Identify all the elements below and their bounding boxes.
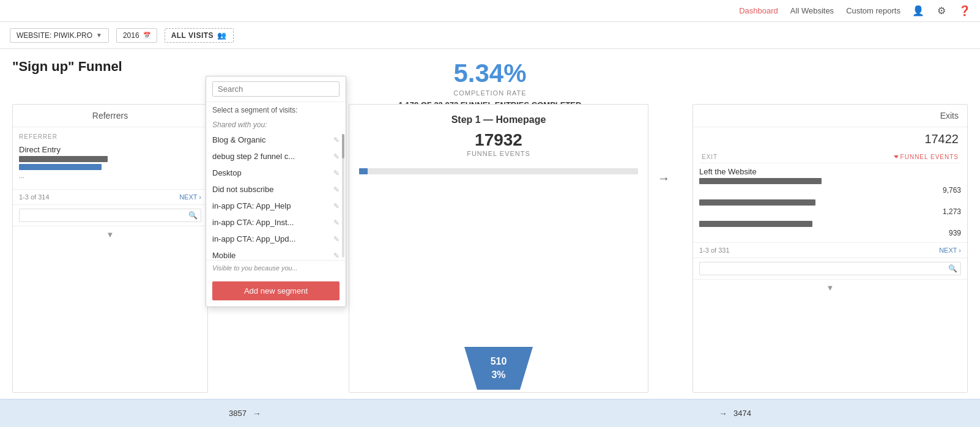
exit-bar-2 (699, 199, 815, 206)
bottom-stats-bar: 3857 → → 3474 (0, 399, 980, 427)
item-label: in-app CTA: App_Upd... (212, 234, 295, 243)
referrers-panel-footer[interactable]: ▼ (13, 226, 207, 243)
main-content: "Sign up" Funnel 5.34% COMPLETION RATE 1… (0, 49, 980, 427)
referrer-name: Direct Entry (19, 145, 201, 154)
website-selector[interactable]: WEBSITE: PIWIK.PRO ▼ (10, 28, 109, 43)
edit-icon[interactable]: ✎ (333, 202, 340, 210)
all-visits-selector[interactable]: ALL VISITS 👥 (165, 28, 234, 43)
people-icon: 👥 (217, 31, 227, 40)
gear-icon[interactable]: ⚙ (936, 6, 947, 17)
search-icon-exits: 🔍 (948, 264, 957, 273)
list-item[interactable]: in-app CTA: App_Help ✎ (206, 198, 346, 214)
list-item[interactable]: debug step 2 funnel c... ✎ (206, 148, 346, 165)
bottom-right-arrow-icon: → (719, 409, 727, 418)
completion-rate-label: COMPLETION RATE (0, 89, 980, 97)
referrers-search-input[interactable] (19, 209, 201, 222)
referrers-pagination: 1-3 of 314 NEXT › (13, 189, 207, 204)
step-events-label: FUNNEL EVENTS (355, 150, 642, 157)
item-label: Blog & Organic (212, 135, 265, 144)
expand-icon: ▼ (106, 230, 114, 239)
referrer-more-link[interactable]: ... (19, 172, 201, 179)
edit-icon[interactable]: ✎ (333, 185, 340, 194)
list-item[interactable]: Desktop ✎ (206, 165, 346, 181)
referrer-bar-1 (19, 156, 108, 162)
exits-next-link[interactable]: NEXT › (939, 247, 961, 254)
completion-rate-pct: 5.34% (0, 59, 980, 88)
scrollbar-thumb[interactable] (342, 134, 344, 158)
exits-panel-footer[interactable]: ▼ (693, 279, 967, 296)
table-row: Direct Entry ... (19, 145, 201, 179)
table-row: 1,273 (699, 199, 961, 216)
exits-table: EXIT FUNNEL EVENTS Left the Website 9,76… (693, 151, 967, 237)
item-label: Desktop (212, 168, 242, 177)
referrers-panel: Referrers REFERRER Direct Entry ... 1-3 … (12, 104, 208, 393)
exit-bar-1 (699, 178, 822, 184)
exits-col-header: EXIT FUNNEL EVENTS (699, 151, 961, 163)
edit-icon[interactable]: ✎ (333, 136, 340, 144)
select-segment-label: Select a segment of visits: (206, 102, 346, 116)
add-new-segment-button[interactable]: Add new segment (212, 281, 340, 300)
toolbar: WEBSITE: PIWIK.PRO ▼ 2016 📅 ALL VISITS 👥 (0, 22, 980, 49)
list-item[interactable]: Did not subscribe ✎ (206, 181, 346, 198)
website-label: WEBSITE: PIWIK.PRO (17, 31, 92, 40)
help-icon[interactable]: ❓ (959, 6, 970, 17)
funnel-pct: 3% (491, 368, 505, 382)
edit-icon[interactable]: ✎ (333, 235, 340, 243)
year-label: 2016 (123, 31, 139, 40)
pagination-info: 1-3 of 314 (19, 193, 50, 201)
nav-custom-reports[interactable]: Custom reports (846, 6, 900, 15)
bottom-stat-right: → 3474 (490, 409, 980, 418)
bottom-stat-left: 3857 → (0, 409, 490, 418)
edit-icon[interactable]: ✎ (333, 169, 340, 177)
referrers-search-area: 🔍 (13, 204, 207, 226)
step-bar-container (359, 168, 638, 174)
funnel-trapezoid-area: 510 3% (349, 344, 648, 393)
right-arrow-connector: → (658, 171, 670, 185)
bottom-right-num: 3474 (733, 409, 751, 418)
exit-bar-3 (699, 221, 812, 227)
exit-num-3: 939 (699, 229, 961, 237)
exits-search-area: 🔍 (693, 258, 967, 279)
list-item[interactable]: in-app CTA: App_Upd... ✎ (206, 231, 346, 247)
segment-dropdown: Select a segment of visits: Shared with … (206, 76, 346, 307)
item-label: Mobile (212, 251, 236, 260)
step-title: Step 1 — Homepage (355, 114, 642, 125)
all-visits-label: ALL VISITS (171, 31, 213, 40)
scrollbar[interactable] (342, 134, 344, 258)
exits-count: 17422 (693, 127, 967, 151)
exits-search-input[interactable] (699, 262, 961, 275)
step-header: Step 1 — Homepage 17932 FUNNEL EVENTS (349, 105, 648, 161)
edit-icon[interactable]: ✎ (333, 152, 340, 161)
referrer-col-label: REFERRER (19, 133, 201, 140)
edit-icon[interactable]: ✎ (333, 218, 340, 227)
sort-desc-icon (894, 155, 899, 158)
search-icon: 🔍 (188, 211, 198, 220)
exits-pagination: 1-3 of 331 NEXT › (693, 242, 967, 258)
table-row: 939 (699, 221, 961, 237)
exit-col-label: EXIT (702, 154, 718, 160)
list-item[interactable]: in-app CTA: App_Inst... ✎ (206, 214, 346, 231)
list-item[interactable]: Blog & Organic ✎ (206, 132, 346, 148)
table-row: Left the Website 9,763 (699, 167, 961, 195)
dropdown-search-input[interactable] (212, 81, 340, 97)
step-bar-bg (359, 168, 638, 174)
exits-header: Exits (693, 105, 967, 127)
funnel-events-label: FUNNEL EVENTS (900, 154, 959, 160)
nav-dashboard[interactable]: Dashboard (739, 6, 778, 15)
user-icon[interactable]: 👤 (913, 6, 924, 17)
trapezoid-shape: 510 3% (456, 347, 541, 390)
item-label: in-app CTA: App_Help (212, 201, 291, 210)
exits-panel: Exits 17422 EXIT FUNNEL EVENTS Left the … (692, 104, 968, 393)
funnel-events-col: FUNNEL EVENTS (894, 154, 959, 160)
year-selector[interactable]: 2016 📅 (116, 28, 157, 43)
step-bar-fill (359, 168, 368, 174)
exit-num: 9,763 (699, 186, 961, 195)
exits-pagination-info: 1-3 of 331 (699, 247, 730, 254)
item-label: Did not subscribe (212, 185, 273, 194)
referrers-next-link[interactable]: NEXT › (179, 193, 201, 201)
list-item[interactable]: Mobile ✎ (206, 247, 346, 260)
funnel-num: 510 (491, 355, 507, 368)
nav-all-websites[interactable]: All Websites (790, 6, 834, 15)
dropdown-search-area (206, 76, 346, 102)
edit-icon[interactable]: ✎ (333, 251, 340, 260)
